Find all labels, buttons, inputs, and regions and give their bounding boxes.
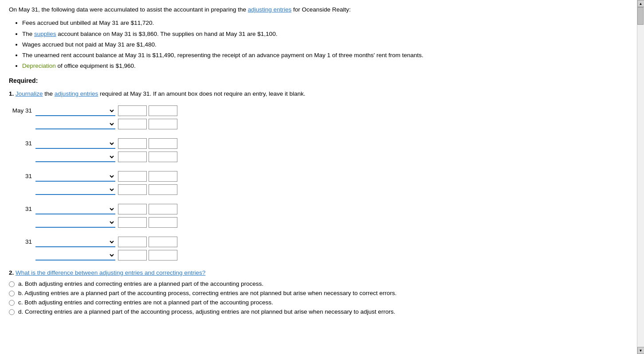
adjusting-entries-link2: adjusting entries (55, 90, 98, 97)
adjusting-entries-link: adjusting entries (248, 6, 291, 13)
credit-input-3a[interactable] (149, 171, 177, 182)
bullet-item-4: The unearned rent account balance at May… (22, 51, 628, 60)
scroll-thumb[interactable] (637, 7, 644, 25)
scroll-up-arrow[interactable]: ▲ (637, 0, 644, 7)
q2-link: What is the difference between adjusting… (16, 269, 205, 276)
credit-input-5a[interactable] (149, 237, 177, 247)
scroll-down-arrow[interactable]: ▼ (637, 347, 644, 354)
radio-c[interactable] (9, 300, 15, 306)
journalize-link: Journalize (16, 90, 43, 97)
account-select-1b[interactable] (35, 119, 115, 129)
radio-option-d[interactable]: d. Correcting entries are a planned part… (9, 308, 628, 315)
credit-input-2a[interactable] (149, 138, 177, 149)
journal-entry-2: 31 (9, 138, 628, 162)
date-label-31c: 31 (9, 206, 35, 212)
debit-input-2a[interactable] (118, 138, 147, 149)
credit-input-2b[interactable] (149, 152, 177, 162)
account-select-5b[interactable] (35, 250, 115, 261)
radio-option-c[interactable]: c. Both adjusting entries and correcting… (9, 299, 628, 306)
account-select-4a[interactable] (35, 204, 115, 214)
radio-b-label: b. Adjusting entries are a planned part … (18, 290, 397, 296)
depreciation-text: Depreciation (22, 62, 56, 69)
account-select-5a[interactable] (35, 237, 115, 247)
debit-input-4a[interactable] (118, 204, 147, 214)
debit-input-2b[interactable] (118, 152, 147, 162)
credit-input-4b[interactable] (149, 217, 177, 228)
date-label-may31: May 31 (9, 107, 35, 114)
credit-input-1b[interactable] (149, 119, 177, 129)
journal-row-5b (35, 250, 628, 261)
account-select-3a[interactable] (35, 171, 115, 182)
date-label-31b: 31 (9, 173, 35, 179)
radio-option-a[interactable]: a. Both adjusting entries and correcting… (9, 280, 628, 287)
journal-row-5a: 31 (9, 237, 628, 247)
debit-input-1a[interactable] (118, 105, 147, 116)
supplies-link: supplies (34, 31, 56, 37)
date-label-31a: 31 (9, 140, 35, 147)
required-section: Required: 1. Journalize the adjusting en… (9, 77, 628, 315)
credit-input-1a[interactable] (149, 105, 177, 116)
journal-row-4b (35, 217, 628, 228)
journal-row-2a: 31 (9, 138, 628, 149)
question1-text: 1. Journalize the adjusting entries requ… (9, 89, 628, 98)
bullet-item-3: Wages accrued but not paid at May 31 are… (22, 40, 628, 49)
journal-row-4a: 31 (9, 204, 628, 214)
question2-section: 2. What is the difference between adjust… (9, 269, 628, 315)
bullet-item-1: Fees accrued but unbilled at May 31 are … (22, 19, 628, 27)
radio-d[interactable] (9, 309, 15, 315)
debit-input-5b[interactable] (118, 250, 147, 261)
bullet-item-2: The supplies account balance on May 31 i… (22, 30, 628, 39)
radio-b[interactable] (9, 291, 15, 296)
bullet-list: Fees accrued but unbilled at May 31 are … (22, 19, 628, 70)
debit-input-3b[interactable] (118, 184, 147, 195)
date-label-31d: 31 (9, 238, 35, 245)
question2-text: 2. What is the difference between adjust… (9, 269, 628, 276)
account-select-2a[interactable] (35, 138, 115, 149)
debit-input-4b[interactable] (118, 217, 147, 228)
scroll-track[interactable] (637, 7, 644, 347)
bullet-item-5: Depreciation of office equipment is $1,9… (22, 62, 628, 70)
journal-row-3b (35, 184, 628, 195)
debit-input-3a[interactable] (118, 171, 147, 182)
journal-row-1a: May 31 (9, 105, 628, 116)
credit-input-5b[interactable] (149, 250, 177, 261)
radio-a[interactable] (9, 281, 15, 287)
debit-input-5a[interactable] (118, 237, 147, 247)
account-select-1a[interactable] (35, 105, 115, 116)
journal-entry-5: 31 (9, 237, 628, 261)
radio-c-label: c. Both adjusting entries and correcting… (18, 299, 273, 306)
journal-entry-1: May 31 (9, 105, 628, 129)
journal-row-1b (35, 119, 628, 129)
radio-a-label: a. Both adjusting entries and correcting… (18, 280, 263, 287)
required-label: Required: (9, 77, 628, 84)
journal-entry-3: 31 (9, 171, 628, 195)
account-select-2b[interactable] (35, 152, 115, 162)
journal-entry-4: 31 (9, 204, 628, 228)
credit-input-4a[interactable] (149, 204, 177, 214)
account-select-4b[interactable] (35, 217, 115, 228)
journal-row-3a: 31 (9, 171, 628, 182)
debit-input-1b[interactable] (118, 119, 147, 129)
radio-d-label: d. Correcting entries are a planned part… (18, 308, 395, 315)
intro-text: On May 31, the following data were accum… (9, 5, 628, 14)
radio-option-b[interactable]: b. Adjusting entries are a planned part … (9, 290, 628, 296)
credit-input-3b[interactable] (149, 184, 177, 195)
scrollbar[interactable]: ▲ ▼ (637, 0, 644, 354)
account-select-3b[interactable] (35, 184, 115, 195)
journal-row-2b (35, 152, 628, 162)
